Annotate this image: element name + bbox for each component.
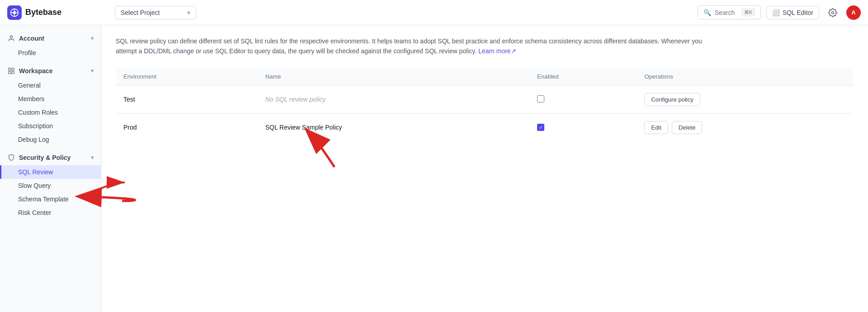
account-chevron-icon: ▾ — [91, 35, 94, 42]
ops-test: Configure policy — [637, 85, 853, 113]
policy-name-test: No SQL review policy — [258, 85, 530, 113]
table-header: Environment Name Enabled Operations — [116, 67, 854, 85]
svg-point-1 — [13, 11, 16, 14]
general-label: General — [18, 82, 41, 89]
env-prod: Prod — [116, 113, 258, 141]
sidebar-item-members[interactable]: Members — [0, 92, 101, 106]
svg-point-7 — [10, 36, 12, 38]
security-icon — [7, 154, 15, 162]
sidebar: Account ▾ Profile Workspace ▾ Genera — [0, 25, 101, 312]
settings-button[interactable] — [825, 5, 841, 21]
col-name: Name — [258, 67, 530, 85]
col-enabled: Enabled — [530, 67, 637, 85]
security-policy-label: Security & Policy — [19, 154, 71, 161]
enabled-test — [530, 85, 637, 113]
sql-editor-icon: ⬜ — [772, 9, 780, 16]
table-wrapper: Environment Name Enabled Operations Test… — [116, 67, 854, 142]
sql-editor-button[interactable]: ⬜ SQL Editor — [766, 6, 819, 19]
search-label: Search — [715, 9, 735, 16]
svg-rect-9 — [12, 68, 14, 70]
sql-review-label: SQL Review — [18, 168, 53, 176]
svg-rect-8 — [9, 68, 11, 70]
policy-name-prod: SQL Review Sample Policy — [258, 113, 530, 141]
search-button[interactable]: 🔍 Search ⌘K — [698, 5, 761, 19]
custom-roles-label: Custom Roles — [18, 109, 58, 116]
description-text: SQL review policy can define different s… — [116, 36, 703, 56]
sidebar-item-general[interactable]: General — [0, 79, 101, 92]
table-row: Prod SQL Review Sample Policy ✓ Edit Del… — [116, 113, 854, 141]
policy-table: Environment Name Enabled Operations Test… — [116, 67, 854, 142]
svg-rect-10 — [12, 71, 14, 74]
slow-query-label: Slow Query — [18, 182, 51, 189]
table-body: Test No SQL review policy Configure poli… — [116, 85, 854, 141]
content-area: SQL review policy can define different s… — [101, 25, 868, 312]
topbar: Bytebase Select Project ▾ 🔍 Search ⌘K ⬜ … — [0, 0, 868, 25]
search-kbd: ⌘K — [741, 9, 755, 16]
avatar-button[interactable]: A — [846, 5, 861, 20]
env-test: Test — [116, 85, 258, 113]
sidebar-item-sql-review[interactable]: SQL Review — [0, 165, 101, 179]
profile-label: Profile — [18, 49, 36, 56]
ops-prod: Edit Delete — [637, 113, 853, 141]
svg-point-6 — [832, 11, 834, 14]
workspace-group-header[interactable]: Workspace ▾ — [0, 63, 101, 79]
select-project-label: Select Project — [121, 9, 160, 16]
chevron-down-icon: ▾ — [187, 9, 190, 16]
debug-log-label: Debug Log — [18, 136, 49, 143]
sql-editor-label: SQL Editor — [783, 9, 813, 16]
security-chevron-icon: ▾ — [91, 154, 94, 161]
topbar-right: 🔍 Search ⌘K ⬜ SQL Editor A — [698, 5, 861, 21]
main-layout: Account ▾ Profile Workspace ▾ Genera — [0, 25, 868, 312]
sidebar-item-custom-roles[interactable]: Custom Roles — [0, 106, 101, 119]
logo-text: Bytebase — [25, 8, 61, 17]
enabled-checkbox-test[interactable] — [537, 95, 544, 102]
sidebar-item-risk-center[interactable]: Risk Center — [0, 206, 101, 219]
workspace-section: Workspace ▾ General Members Custom Roles… — [0, 61, 101, 148]
sidebar-item-profile[interactable]: Profile — [0, 46, 101, 60]
ops-btn-group: Edit Delete — [644, 121, 846, 134]
avatar-letter: A — [851, 9, 855, 16]
members-label: Members — [18, 95, 44, 102]
account-icon — [7, 34, 15, 42]
delete-button[interactable]: Delete — [672, 121, 703, 134]
logo: Bytebase — [7, 5, 102, 20]
risk-center-label: Risk Center — [18, 209, 51, 216]
col-operations: Operations — [637, 67, 853, 85]
subscription-label: Subscription — [18, 122, 53, 130]
enabled-checkbox-prod[interactable]: ✓ — [537, 124, 544, 131]
logo-icon — [7, 5, 22, 20]
workspace-icon — [7, 67, 15, 75]
sidebar-item-schema-template[interactable]: Schema Template — [0, 192, 101, 206]
sidebar-item-subscription[interactable]: Subscription — [0, 119, 101, 133]
security-policy-group-header[interactable]: Security & Policy ▾ — [0, 150, 101, 165]
account-group-header[interactable]: Account ▾ — [0, 31, 101, 46]
enabled-prod: ✓ — [530, 113, 637, 141]
sidebar-item-debug-log[interactable]: Debug Log — [0, 133, 101, 146]
select-project-dropdown[interactable]: Select Project ▾ — [115, 6, 196, 19]
configure-policy-button[interactable]: Configure policy — [644, 93, 700, 106]
edit-button[interactable]: Edit — [644, 121, 668, 134]
workspace-label: Workspace — [19, 67, 52, 75]
security-policy-section: Security & Policy ▾ SQL Review Slow Quer… — [0, 148, 101, 221]
account-label: Account — [19, 35, 44, 42]
svg-rect-11 — [9, 71, 11, 74]
table-row: Test No SQL review policy Configure poli… — [116, 85, 854, 113]
learn-more-link[interactable]: Learn more↗ — [478, 47, 516, 55]
workspace-chevron-icon: ▾ — [91, 68, 94, 74]
schema-template-label: Schema Template — [18, 196, 69, 203]
sidebar-item-slow-query[interactable]: Slow Query — [0, 179, 101, 192]
search-icon: 🔍 — [703, 9, 711, 16]
col-environment: Environment — [116, 67, 258, 85]
account-section: Account ▾ Profile — [0, 29, 101, 61]
